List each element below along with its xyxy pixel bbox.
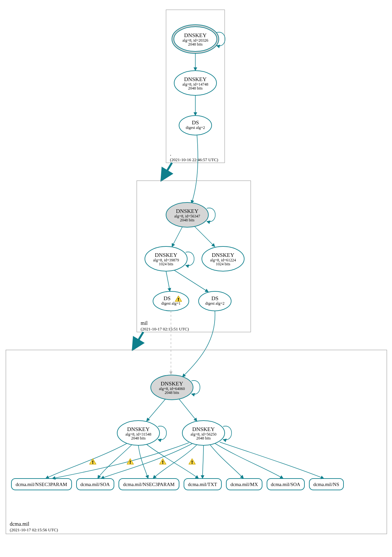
warning-icon <box>160 459 166 464</box>
node-dcma-zsk2-line2: 2048 bits <box>196 436 211 440</box>
node-dcma-ksk-line2: 2048 bits <box>165 390 179 395</box>
edge-root-ds-to-mil-ksk <box>191 135 198 203</box>
warning-icon <box>90 459 96 464</box>
node-dcma-zsk1: DNSKEY alg=8, id=31548 2048 bits <box>117 421 160 445</box>
zone-mil-timestamp: (2021-10-17 02:15:51 UTC) <box>141 327 189 331</box>
rr-txt: dcma.mil/TXT <box>184 479 221 490</box>
node-root-ksk: DNSKEY alg=8, id=20326 2048 bits <box>172 25 219 53</box>
node-root-ds: DS digest alg=2 <box>179 116 212 135</box>
node-dcma-zsk2: DNSKEY alg=8, id=56250 2048 bits <box>182 421 225 445</box>
node-mil-ds1-line1: digest alg=1 <box>161 301 180 306</box>
edge-zsk1-r3 <box>138 445 148 479</box>
zone-mil: mil (2021-10-17 02:15:51 UTC) DNSKEY alg… <box>137 181 251 332</box>
node-root-ds-line1: digest alg=2 <box>186 125 205 130</box>
node-mil-ds2-line1: digest alg=2 <box>205 301 224 306</box>
edge-delegation-mil-dcma <box>133 332 143 350</box>
edge-zsk2-r5 <box>210 445 244 479</box>
node-root-zsk-title: DNSKEY <box>184 76 207 82</box>
rr-soa-1-text: dcma.mil/SOA <box>80 482 110 487</box>
zone-mil-label: mil <box>141 320 148 326</box>
rr-ns-text: dcma.mil/NS <box>313 482 339 487</box>
node-mil-zsk2: DNSKEY alg=8, id=61224 1024 bits <box>202 246 244 271</box>
node-mil-zsk1: DNSKEY alg=8, id=39879 1024 bits <box>145 246 187 271</box>
rr-soa-1: dcma.mil/SOA <box>77 479 114 490</box>
node-root-zsk-line2: 2048 bits <box>188 86 203 91</box>
node-mil-ds1-title: DS <box>163 295 171 301</box>
edge-mil-zsk1-to-ds2 <box>174 270 208 292</box>
node-root-zsk: DNSKEY alg=8, id=14748 2048 bits <box>174 71 217 95</box>
rr-nsec3param-2: dcma.mil/NSEC3PARAM <box>119 479 179 490</box>
node-root-ds-title: DS <box>192 119 199 126</box>
edge-zsk2-r7 <box>220 442 324 479</box>
rr-mx: dcma.mil/MX <box>226 479 262 490</box>
edge-delegation-root-mil <box>161 163 172 181</box>
edge-dcma-ksk-to-zsk1 <box>147 399 165 421</box>
node-mil-zsk1-line2: 1024 bits <box>159 262 174 266</box>
node-dcma-ksk: DNSKEY alg=8, id=64060 2048 bits <box>151 375 193 400</box>
rr-soa-2: dcma.mil/SOA <box>267 479 304 490</box>
node-dcma-zsk2-title: DNSKEY <box>192 426 215 432</box>
zone-root-label: . <box>170 151 171 157</box>
zone-root: . (2021-10-16 22:46:57 UTC) DNSKEY alg=8… <box>166 10 225 163</box>
edge-mil-ds2-to-dcma-ksk <box>182 311 215 377</box>
zone-dcma: dcma.mil (2021-10-17 02:15:56 UTC) DNSKE… <box>6 350 387 534</box>
warning-icon <box>189 459 195 464</box>
rr-nsec3param-2-text: dcma.mil/NSEC3PARAM <box>123 482 175 487</box>
node-mil-zsk2-title: DNSKEY <box>212 252 234 258</box>
node-dcma-zsk1-line2: 2048 bits <box>131 436 146 440</box>
edge-mil-ksk-to-zsk2 <box>195 227 215 247</box>
node-mil-zsk2-line2: 1024 bits <box>216 262 231 266</box>
rr-ns: dcma.mil/NS <box>309 479 343 490</box>
rr-mx-text: dcma.mil/MX <box>231 482 258 487</box>
edge-zsk2-r1 <box>52 443 189 479</box>
rr-nsec3param-1-text: dcma.mil/NSEC3PARAM <box>16 482 67 487</box>
node-mil-ds2: DS digest alg=2 <box>199 291 231 311</box>
edge-dcma-ksk-to-zsk2 <box>179 399 197 421</box>
edge-zsk1-r1 <box>46 443 127 479</box>
node-mil-ds1: DS digest alg=1 <box>153 291 189 311</box>
node-dcma-zsk1-title: DNSKEY <box>127 426 150 432</box>
rr-nsec3param-1: dcma.mil/NSEC3PARAM <box>11 479 72 490</box>
dnssec-graph: . (2021-10-16 22:46:57 UTC) DNSKEY alg=8… <box>0 0 392 557</box>
edge-zsk2-r4 <box>203 445 203 479</box>
node-mil-ksk-line2: 2048 bits <box>180 218 195 222</box>
warning-icon <box>127 459 133 464</box>
edge-mil-ksk-to-zsk1 <box>172 227 182 247</box>
rr-txt-text: dcma.mil/TXT <box>188 482 217 487</box>
zone-dcma-label: dcma.mil <box>10 521 30 527</box>
zone-root-timestamp: (2021-10-16 22:46:57 UTC) <box>170 157 218 162</box>
edge-mil-zsk1-to-ds1 <box>166 271 170 291</box>
node-mil-ksk-title: DNSKEY <box>176 208 199 214</box>
node-mil-ds2-title: DS <box>211 295 218 301</box>
node-dcma-ksk-title: DNSKEY <box>161 381 183 387</box>
node-root-ksk-title: DNSKEY <box>184 32 207 38</box>
node-mil-zsk1-title: DNSKEY <box>155 252 177 258</box>
node-mil-ksk: DNSKEY alg=8, id=56347 2048 bits <box>166 202 208 227</box>
rr-soa-2-text: dcma.mil/SOA <box>271 482 301 487</box>
zone-dcma-timestamp: (2021-10-17 02:15:56 UTC) <box>10 527 58 532</box>
node-root-ksk-line2: 2048 bits <box>188 42 203 47</box>
